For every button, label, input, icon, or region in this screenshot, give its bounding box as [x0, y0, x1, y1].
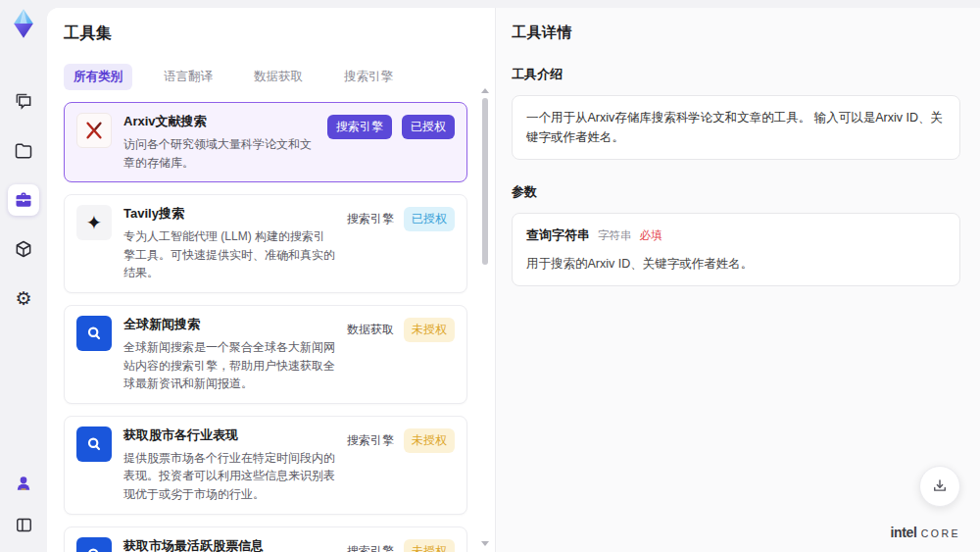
collapse-sidebar-button[interactable]: [8, 509, 39, 540]
download-button[interactable]: [919, 466, 960, 507]
blue-search-icon: [76, 537, 112, 552]
chat-icon: [14, 92, 33, 112]
category-label: 搜索引擎: [347, 539, 394, 552]
sidebar-item-tools[interactable]: [8, 184, 39, 216]
app-sidebar: ⚙: [0, 0, 47, 552]
auth-status-badge: 未授权: [404, 539, 455, 552]
cube-icon: [14, 239, 33, 259]
blue-search-icon: [76, 427, 112, 462]
tools-list-panel: 工具集 所有类别 语言翻译 数据获取 搜索引擎 Arxiv文献搜索 访问: [47, 8, 496, 552]
blue-search-icon: [76, 316, 112, 351]
tab-language-translation[interactable]: 语言翻译: [154, 64, 222, 90]
tab-data-fetching[interactable]: 数据获取: [244, 64, 313, 90]
tool-details-panel: 工具详情 工具介绍 一个用于从Arxiv存储库搜索科学论文和文章的工具。 输入可…: [496, 8, 980, 552]
arxiv-icon: [76, 113, 112, 148]
tool-name: 全球新闻搜索: [123, 316, 335, 333]
tool-intro-box: 一个用于从Arxiv存储库搜索科学论文和文章的工具。 输入可以是Arxiv ID…: [512, 95, 960, 160]
folder-icon: [14, 141, 33, 161]
sidebar-item-chat[interactable]: [8, 86, 39, 118]
page-title: 工具集: [64, 24, 467, 44]
list-scrollbar[interactable]: [481, 88, 489, 546]
param-box: 查询字符串 字符串 必填 用于搜索的Arxiv ID、关键字或作者姓名。: [512, 213, 960, 286]
param-type: 字符串: [598, 226, 632, 244]
tool-card-arxiv[interactable]: Arxiv文献搜索 访问各个研究领域大量科学论文和文章的存储库。 搜索引擎 已授…: [64, 102, 467, 182]
tavily-icon: ✦: [76, 205, 112, 240]
scroll-up-icon[interactable]: [481, 88, 489, 93]
tool-description: 访问各个研究领域大量科学论文和文章的存储库。: [123, 135, 316, 172]
tool-name: 获取市场最活跃股票信息: [123, 537, 335, 552]
tool-description: 提供股票市场各个行业在特定时间段内的表现。投资者可以利用这些信息来识别表现优于或…: [123, 449, 335, 504]
tool-card-list: Arxiv文献搜索 访问各个研究领域大量科学论文和文章的存储库。 搜索引擎 已授…: [64, 102, 467, 552]
intro-section-label: 工具介绍: [512, 66, 960, 83]
main-surface: 工具集 所有类别 语言翻译 数据获取 搜索引擎 Arxiv文献搜索 访问: [47, 8, 980, 552]
tool-card-global-news[interactable]: 全球新闻搜索 全球新闻搜索是一个聚合全球各大新闻网站内容的搜索引擎，帮助用户快速…: [64, 305, 467, 404]
category-label: 搜索引擎: [347, 428, 394, 449]
auth-status-badge: 未授权: [404, 318, 455, 342]
category-chip: 搜索引擎: [327, 115, 392, 139]
user-avatar[interactable]: [8, 468, 39, 499]
category-label: 数据获取: [347, 318, 394, 338]
tool-name: 获取股市各行业表现: [123, 427, 335, 444]
briefcase-icon: [14, 190, 33, 210]
tool-description: 专为人工智能代理 (LLM) 构建的搜索引擎工具。可快速提供实时、准确和真实的结…: [123, 227, 335, 282]
tool-card-sector-performance[interactable]: 获取股市各行业表现 提供股票市场各个行业在特定时间段内的表现。投资者可以利用这些…: [64, 416, 467, 515]
param-required-badge: 必填: [640, 226, 662, 244]
tool-description: 全球新闻搜索是一个聚合全球各大新闻网站内容的搜索引擎，帮助用户快速获取全球最新资…: [123, 338, 335, 393]
intel-core-logo: intel CORE: [890, 525, 960, 540]
sidebar-item-settings[interactable]: ⚙: [8, 282, 39, 314]
core-wordmark: CORE: [921, 527, 960, 539]
param-description: 用于搜索的Arxiv ID、关键字或作者姓名。: [526, 254, 946, 274]
gear-icon: ⚙: [15, 289, 31, 308]
tool-card-tavily[interactable]: ✦ Tavily搜索 专为人工智能代理 (LLM) 构建的搜索引擎工具。可快速提…: [64, 194, 467, 293]
details-title: 工具详情: [512, 24, 960, 42]
tab-all-categories[interactable]: 所有类别: [64, 64, 132, 90]
auth-status-chip: 已授权: [402, 115, 455, 139]
category-tabs: 所有类别 语言翻译 数据获取 搜索引擎: [64, 64, 467, 90]
scroll-down-icon[interactable]: [481, 541, 489, 546]
intel-wordmark: intel: [890, 525, 916, 540]
user-icon: [14, 474, 33, 493]
tool-card-most-active-stocks[interactable]: 获取市场最活跃股票信息 提供当天交易量最高的股票列表，投资者可以利用这些信息来识…: [64, 527, 467, 552]
auth-status-badge: 已授权: [404, 207, 455, 231]
auth-status-badge: 未授权: [404, 428, 455, 453]
panel-icon: [15, 516, 33, 534]
param-name: 查询字符串: [526, 226, 590, 246]
app-logo-icon: [9, 8, 38, 39]
sidebar-item-files[interactable]: [8, 135, 39, 167]
sidebar-item-models[interactable]: [8, 233, 39, 265]
download-icon: [931, 477, 949, 495]
scrollbar-thumb[interactable]: [482, 98, 488, 265]
tab-search-engine[interactable]: 搜索引擎: [334, 64, 403, 90]
params-section-label: 参数: [512, 183, 960, 201]
tool-name: Tavily搜索: [123, 205, 335, 223]
category-label: 搜索引擎: [347, 207, 394, 227]
tool-name: Arxiv文献搜索: [123, 113, 316, 130]
